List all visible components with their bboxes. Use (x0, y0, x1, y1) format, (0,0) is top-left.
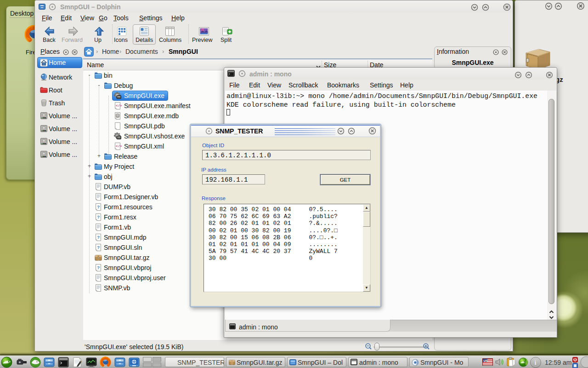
svg-text:?: ? (97, 235, 100, 240)
svg-text:?: ? (97, 204, 100, 209)
svg-text:?: ? (97, 265, 100, 270)
svg-text:</>: </> (116, 144, 122, 148)
svg-text:i: i (535, 359, 537, 366)
svg-text:</>: </> (116, 104, 122, 108)
svg-text:US: US (484, 359, 488, 362)
svg-text:?: ? (97, 214, 100, 219)
svg-text:?: ? (97, 245, 100, 250)
